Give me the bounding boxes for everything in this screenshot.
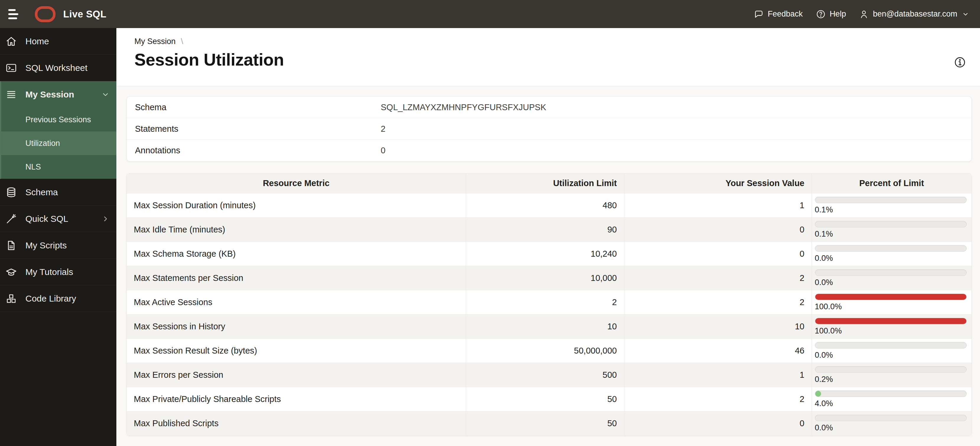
percent-cell: 0.1% <box>811 217 971 242</box>
sidebar-item-label: Code Library <box>25 294 76 304</box>
sidebar-item-previous-sessions[interactable]: Previous Sessions <box>1 108 116 131</box>
feedback-label: Feedback <box>768 10 803 19</box>
column-header-percent-of-limit: Percent of Limit <box>811 174 971 193</box>
sidebar-subitem-label: Previous Sessions <box>25 115 91 124</box>
percent-cell: 100.0% <box>811 290 971 314</box>
speech-bubble-icon <box>754 9 764 19</box>
percent-label: 0.1% <box>815 229 967 238</box>
session-info-label: Schema <box>127 102 381 112</box>
session-info-label: Annotations <box>127 146 381 155</box>
sidebar-item-my-session[interactable]: My Session <box>1 81 116 108</box>
sidebar-item-my-tutorials[interactable]: My Tutorials <box>0 259 116 285</box>
sidebar-item-home[interactable]: Home <box>0 28 116 55</box>
session-value-cell: 46 <box>624 338 811 363</box>
list-icon-wrap <box>5 89 17 100</box>
session-value-cell: 0 <box>624 217 811 242</box>
page-header: My Session \ Session Utilization <box>116 28 980 86</box>
sidebar-item-label: SQL Worksheet <box>25 63 88 73</box>
page-header-left: My Session \ Session Utilization <box>134 28 284 86</box>
percent-label: 4.0% <box>815 399 967 408</box>
user-email: ben@databasestar.com <box>873 10 957 19</box>
sidebar-item-utilization[interactable]: Utilization <box>1 131 116 155</box>
sidebar-item-quick-sql[interactable]: Quick SQL <box>0 205 116 232</box>
session-info-label: Statements <box>127 124 381 134</box>
app-root: Live SQL Feedback Help ben@databasestar.… <box>0 0 980 446</box>
metric-cell: Max Schema Storage (KB) <box>127 242 466 266</box>
wand-icon-wrap <box>5 213 17 225</box>
sidebar: HomeSQL WorksheetMy SessionPrevious Sess… <box>0 28 116 446</box>
graduation-cap-icon <box>5 266 17 278</box>
utilization-header-row: Resource Metric Utilization Limit Your S… <box>127 174 971 193</box>
percent-bar <box>815 318 967 324</box>
percent-label: 0.2% <box>815 375 967 384</box>
breadcrumb: My Session \ <box>134 37 284 46</box>
percent-bar-fill <box>815 318 967 324</box>
metric-cell: Max Idle Time (minutes) <box>127 217 466 242</box>
column-header-utilization-limit: Utilization Limit <box>466 174 624 193</box>
utilization-row: Max Errors per Session50010.2% <box>127 363 971 387</box>
home-icon-wrap <box>5 35 17 47</box>
feedback-button[interactable]: Feedback <box>754 9 803 19</box>
metric-cell: Max Published Scripts <box>127 411 466 435</box>
sidebar-item-schema[interactable]: Schema <box>0 179 116 205</box>
utilization-row: Max Published Scripts5000.0% <box>127 411 971 435</box>
utilization-row: Max Schema Storage (KB)10,24000.0% <box>127 242 971 266</box>
user-menu-button[interactable]: ben@databasestar.com <box>859 9 969 19</box>
percent-cell: 0.0% <box>811 411 971 435</box>
limit-cell: 480 <box>466 193 624 217</box>
metric-cell: Max Statements per Session <box>127 266 466 290</box>
metric-cell: Max Session Result Size (bytes) <box>127 338 466 363</box>
app-title: Live SQL <box>63 9 106 20</box>
utilization-row: Max Statements per Session10,00020.0% <box>127 266 971 290</box>
metric-cell: Max Session Duration (minutes) <box>127 193 466 217</box>
percent-cell: 0.2% <box>811 363 971 387</box>
database-icon-wrap <box>5 186 17 198</box>
home-icon <box>5 35 17 47</box>
sidebar-item-my-scripts[interactable]: My Scripts <box>0 232 116 259</box>
utilization-row: Max Private/Publicly Shareable Scripts50… <box>127 387 971 411</box>
percent-bar <box>815 366 967 373</box>
breadcrumb-my-session[interactable]: My Session <box>134 37 176 46</box>
sidebar-item-label: Schema <box>25 187 58 197</box>
sidebar-item-label: Home <box>25 36 49 46</box>
limit-cell: 90 <box>466 217 624 242</box>
utilization-table-card: Resource Metric Utilization Limit Your S… <box>126 174 972 436</box>
sidebar-item-nls[interactable]: NLS <box>1 155 116 179</box>
metric-cell: Max Active Sessions <box>127 290 466 314</box>
sidebar-subitem-label: Utilization <box>25 139 60 148</box>
main-content: My Session \ Session Utilization SchemaS… <box>116 28 980 446</box>
percent-cell: 0.0% <box>811 242 971 266</box>
topbar-right: Feedback Help ben@databasestar.com <box>741 9 969 19</box>
limit-cell: 2 <box>466 290 624 314</box>
percent-bar-fill <box>815 294 967 300</box>
session-info-value: 0 <box>381 146 385 155</box>
session-value-cell: 0 <box>624 411 811 435</box>
session-value-cell: 2 <box>624 290 811 314</box>
limit-cell: 10,240 <box>466 242 624 266</box>
utilization-row: Max Idle Time (minutes)9000.1% <box>127 217 971 242</box>
percent-bar <box>815 342 967 349</box>
limit-cell: 10,000 <box>466 266 624 290</box>
blocks-icon <box>5 293 17 304</box>
limit-cell: 500 <box>466 363 624 387</box>
session-info-row: Statements2 <box>127 118 971 140</box>
help-label: Help <box>830 10 846 19</box>
metric-cell: Max Errors per Session <box>127 363 466 387</box>
wand-icon <box>5 213 17 225</box>
help-button[interactable]: Help <box>816 9 846 19</box>
sidebar-item-sql-worksheet[interactable]: SQL Worksheet <box>0 55 116 81</box>
sidebar-subitem-label: NLS <box>25 162 41 172</box>
session-info-value: SQL_LZMAYXZMHNPFYGFURSFXJUPSK <box>381 102 546 112</box>
menu-toggle-button[interactable] <box>8 6 19 23</box>
percent-bar <box>815 415 967 421</box>
blocks-icon-wrap <box>5 293 17 304</box>
page-body: SchemaSQL_LZMAYXZMHNPFYGFURSFXJUPSKState… <box>116 86 980 436</box>
page-info-button[interactable] <box>953 56 966 69</box>
hamburger-icon <box>8 9 16 11</box>
session-value-cell: 1 <box>624 193 811 217</box>
shell: HomeSQL WorksheetMy SessionPrevious Sess… <box>0 28 980 446</box>
page-title: Session Utilization <box>134 49 284 69</box>
graduation-cap-icon-wrap <box>5 266 17 278</box>
sidebar-item-code-library[interactable]: Code Library <box>0 285 116 312</box>
metric-cell: Max Private/Publicly Shareable Scripts <box>127 387 466 411</box>
